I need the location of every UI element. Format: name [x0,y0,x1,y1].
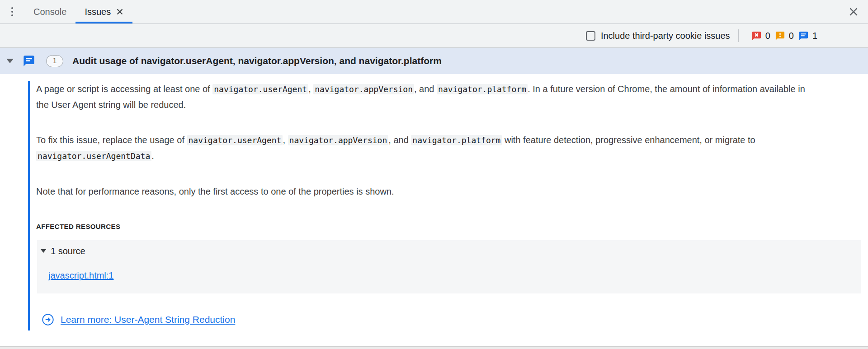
devtools-tabbar: Console Issues [0,0,868,24]
expand-triangle-icon[interactable] [6,59,14,63]
inline-code: navigator.userAgentData [36,151,151,161]
collapse-triangle-icon [41,249,46,253]
page-errors-counter: 0 [751,31,770,41]
inline-code: navigator.appVersion [288,135,389,145]
inline-code: navigator.userAgent [212,84,308,94]
close-icon [116,8,123,15]
page-errors-icon [751,31,762,41]
source-link[interactable]: javascript.html:1 [48,270,114,281]
issue-count-badge: 1 [46,55,63,67]
tab-console-label: Console [33,7,66,17]
close-icon [849,7,859,17]
panel-close-button[interactable] [839,0,868,23]
issue-paragraph: Note that for performance reasons, only … [36,184,818,199]
tab-issues-label: Issues [85,7,111,17]
tab-close-button[interactable] [116,8,123,15]
tab-console[interactable]: Console [24,0,75,23]
more-options-button[interactable] [0,0,24,23]
source-link-row: javascript.html:1 [48,269,861,282]
issue-body-content: A page or script is accessing at least o… [28,81,861,330]
toolbar-divider [738,29,739,42]
circled-arrow-right-icon [42,313,54,326]
issue-title: Audit usage of navigator.userAgent, navi… [72,56,442,66]
issues-panel: Console Issues Include third-party cooki… [0,0,868,349]
issue-paragraph: To fix this issue, replace the usage of … [36,132,818,164]
tab-issues[interactable]: Issues [75,0,132,23]
improvements-count: 1 [812,31,817,41]
inline-code: navigator.userAgent [187,135,283,145]
page-errors-count: 0 [765,31,770,41]
third-party-cookie-checkbox[interactable] [586,31,595,41]
improvement-chat-icon [23,55,35,67]
bottom-panel-edge [0,346,868,349]
sources-toggle-label: 1 source [51,246,85,256]
affected-resources-heading: AFFECTED RESOURCES [36,223,861,230]
sources-toggle[interactable]: 1 source [41,246,861,256]
affected-resources-box: 1 source javascript.html:1 [37,240,861,293]
learn-more-row: Learn more: User-Agent String Reduction [42,313,861,326]
breaking-changes-counter: 0 [775,31,794,41]
breaking-changes-count: 0 [789,31,794,41]
improvements-counter: 1 [798,31,817,41]
inline-code: navigator.platform [437,84,528,94]
issue-header[interactable]: 1 Audit usage of navigator.userAgent, na… [0,48,868,74]
inline-code: navigator.platform [411,135,502,145]
breaking-changes-icon [775,31,785,41]
learn-more-link[interactable]: Learn more: User-Agent String Reduction [61,314,235,325]
active-tab-underline [75,22,132,23]
issues-toolbar: Include third-party cookie issues 0 0 [0,24,868,48]
issue-body: A page or script is accessing at least o… [0,74,868,330]
kebab-menu-icon [11,7,13,16]
inline-code: navigator.appVersion [313,84,414,94]
tabbar-spacer [132,0,839,23]
third-party-cookie-checkbox-label: Include third-party cookie issues [601,31,730,41]
improvements-icon [798,31,809,41]
issue-paragraph: A page or script is accessing at least o… [36,81,818,112]
